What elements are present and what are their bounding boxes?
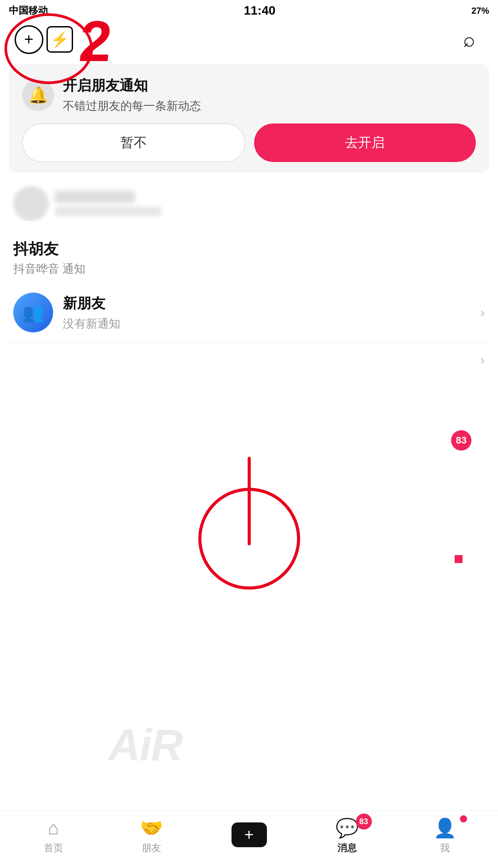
home-icon: ⌂ xyxy=(48,818,59,839)
bottom-nav: ⌂ 首页 🤝 朋友 + 💬 消息 83 👤 我 xyxy=(0,810,498,868)
second-list-item[interactable]: › xyxy=(9,343,489,377)
nav-friends[interactable]: 🤝 朋友 xyxy=(125,817,178,855)
status-bar: 中国移动 11:40 27% xyxy=(0,0,498,19)
me-label: 我 xyxy=(440,841,450,855)
new-friends-content: 新朋友 没有新通知 xyxy=(63,294,476,332)
new-friends-avatar: 👥 xyxy=(13,293,53,332)
friends-label: 朋友 xyxy=(142,841,161,855)
douhuyou-section: 抖胡友 抖音哗音 通知 👥 新朋友 没有新通知 › › xyxy=(0,230,498,377)
new-friends-title: 新朋友 xyxy=(63,294,476,313)
douyin-notice-label: 抖音哗音 通知 xyxy=(9,261,489,283)
friends-icon: 🤝 xyxy=(140,817,163,839)
top-nav: + ⚡ ⌕ xyxy=(0,19,498,59)
nav-me[interactable]: 👤 我 xyxy=(418,817,471,855)
douhuyou-label: 抖胡友 xyxy=(9,230,489,261)
add-icon: + xyxy=(232,822,267,847)
messages-icon: 💬 xyxy=(336,817,359,839)
battery-label: 27% xyxy=(471,6,489,16)
carrier-label: 中国移动 xyxy=(9,4,48,17)
search-icon: ⌕ xyxy=(463,27,475,51)
messages-badge: 83 xyxy=(356,814,372,829)
notification-text: 开启朋友通知 不错过朋友的每一条新动态 xyxy=(63,76,201,114)
circle-plus-icon: + xyxy=(15,25,43,54)
nav-me-dot xyxy=(455,555,463,563)
chevron-right-icon: › xyxy=(480,305,485,320)
confirm-notification-button[interactable]: 去开启 xyxy=(254,123,476,162)
red-circle-annotation-bottom xyxy=(198,488,300,590)
partial-name xyxy=(55,191,135,203)
notification-card: 🔔 开启朋友通知 不错过朋友的每一条新动态 暂不 去开启 xyxy=(9,64,489,173)
bottom-spacer xyxy=(0,598,498,687)
partial-text-block xyxy=(55,191,485,216)
nav-home[interactable]: ⌂ 首页 xyxy=(27,818,80,855)
floating-badge: 83 xyxy=(451,430,471,451)
people-icon: 👥 xyxy=(22,302,44,323)
notification-header: 🔔 开启朋友通知 不错过朋友的每一条新动态 xyxy=(22,76,476,114)
chevron-right-icon-2: › xyxy=(480,352,485,367)
add-button[interactable]: + xyxy=(13,24,44,55)
me-dot xyxy=(460,815,467,822)
partial-avatar xyxy=(13,186,49,221)
notification-desc: 不错过朋友的每一条新动态 xyxy=(63,98,201,114)
new-friends-subtitle: 没有新通知 xyxy=(63,316,476,332)
lightning-icon: ⚡ xyxy=(46,26,73,53)
air-watermark: AiR xyxy=(108,720,182,771)
notification-buttons: 暂不 去开启 xyxy=(22,123,476,162)
bell-icon-wrap: 🔔 xyxy=(22,79,54,111)
cancel-notification-button[interactable]: 暂不 xyxy=(22,123,245,162)
partial-sub xyxy=(55,207,161,216)
partial-user-row xyxy=(9,181,489,221)
me-icon: 👤 xyxy=(433,817,456,839)
content-area: 83 xyxy=(0,377,498,598)
messages-label: 消息 xyxy=(337,841,357,855)
new-friends-item[interactable]: 👥 新朋友 没有新通知 › xyxy=(9,283,489,343)
red-line-annotation xyxy=(247,457,251,545)
bell-icon: 🔔 xyxy=(28,86,48,104)
nav-add[interactable]: + xyxy=(223,822,276,850)
nav-messages[interactable]: 💬 消息 83 xyxy=(320,817,374,855)
notification-title: 开启朋友通知 xyxy=(63,76,201,96)
search-button[interactable]: ⌕ xyxy=(454,24,485,55)
home-label: 首页 xyxy=(44,841,63,855)
lightning-button[interactable]: ⚡ xyxy=(44,24,75,55)
time-label: 11:40 xyxy=(244,4,276,18)
